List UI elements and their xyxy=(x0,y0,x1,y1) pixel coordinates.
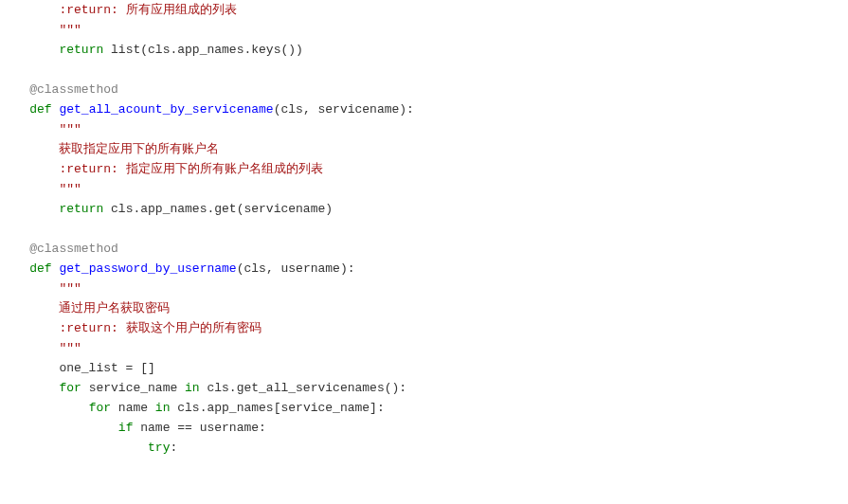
code-line: return list(cls.app_names.keys()) xyxy=(0,43,303,57)
keyword-try: try xyxy=(148,441,170,455)
docstring-line: """ xyxy=(0,281,81,296)
keyword-in: in xyxy=(155,401,171,415)
keyword-def: def xyxy=(29,102,51,117)
docstring-line: :return: 获取这个用户的所有密码 xyxy=(0,321,262,335)
keyword-if: if xyxy=(118,421,134,435)
code-line: if name == username: xyxy=(0,421,266,435)
decorator-line: @classmethod xyxy=(0,82,118,97)
docstring-line: """ xyxy=(0,23,81,37)
docstring-line: :return: 指定应用下的所有账户名组成的列表 xyxy=(0,162,323,176)
def-line: def get_password_by_username(cls, userna… xyxy=(0,261,355,276)
code-line: try: xyxy=(0,441,177,455)
function-name: get_password_by_username xyxy=(59,261,236,276)
def-line: def get_all_acount_by_servicename(cls, s… xyxy=(0,102,414,117)
docstring-line: 通过用户名获取密码 xyxy=(0,301,170,315)
keyword-for: for xyxy=(89,401,111,415)
decorator-line: @classmethod xyxy=(0,242,118,256)
code-line: return cls.app_names.get(servicename) xyxy=(0,202,333,216)
keyword-in: in xyxy=(185,381,200,395)
keyword-for: for xyxy=(59,381,81,395)
docstring-line: """ xyxy=(0,122,81,136)
code-line: one_list = [] xyxy=(0,361,155,375)
code-line: for service_name in cls.get_all_servicen… xyxy=(0,381,406,395)
docstring-line: 获取指定应用下的所有账户名 xyxy=(0,142,219,156)
keyword-return: return xyxy=(59,202,103,216)
keyword-return: return xyxy=(59,43,103,57)
code-line: for name in cls.app_names[service_name]: xyxy=(0,401,385,415)
function-name: get_all_acount_by_servicename xyxy=(59,102,273,117)
docstring-line: :return: 所有应用组成的列表 xyxy=(0,3,237,17)
docstring-line: """ xyxy=(0,182,81,196)
docstring-line: """ xyxy=(0,341,81,355)
code-block: :return: 所有应用组成的列表 """ return list(cls.a… xyxy=(0,0,848,458)
keyword-def: def xyxy=(29,261,51,276)
